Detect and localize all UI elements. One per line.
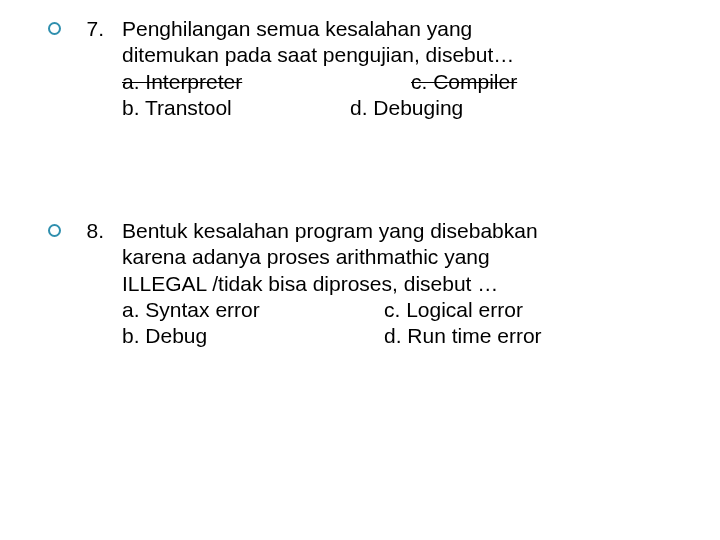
option-a: a. Syntax error: [122, 297, 384, 323]
option-d: d. Debuging: [350, 95, 463, 121]
options-row: b. Debug d. Run time error: [122, 323, 678, 349]
question-number: 7.: [74, 16, 104, 42]
question-body: Bentuk kesalahan program yang disebabkan…: [122, 218, 678, 349]
options-row: a. Syntax error c. Logical error: [122, 297, 678, 323]
option-c: c. Compiler: [411, 69, 517, 95]
option-d: d. Run time error: [384, 323, 542, 349]
stem-line: Bentuk kesalahan program yang disebabkan: [122, 218, 678, 244]
option-b: b. Debug: [122, 323, 384, 349]
question-8: 8. Bentuk kesalahan program yang disebab…: [48, 218, 678, 349]
stem-line: karena adanya proses arithmathic yang: [122, 244, 678, 270]
question-body: Penghilangan semua kesalahan yang ditemu…: [122, 16, 678, 121]
bullet-icon: [48, 224, 61, 237]
page: 7. Penghilangan semua kesalahan yang dit…: [0, 0, 720, 540]
stem-line: ditemukan pada saat pengujian, disebut…: [122, 42, 678, 68]
stem-line: Penghilangan semua kesalahan yang: [122, 16, 678, 42]
question-7: 7. Penghilangan semua kesalahan yang dit…: [48, 16, 678, 121]
options-row: b. Transtool d. Debuging: [122, 95, 678, 121]
options-row: a. Interpreter c. Compiler: [122, 69, 678, 95]
option-c: c. Logical error: [384, 297, 523, 323]
question-number: 8.: [74, 218, 104, 244]
stem-line: ILLEGAL /tidak bisa diproses, disebut …: [122, 271, 678, 297]
option-a: a. Interpreter: [122, 69, 411, 95]
bullet-icon: [48, 22, 61, 35]
